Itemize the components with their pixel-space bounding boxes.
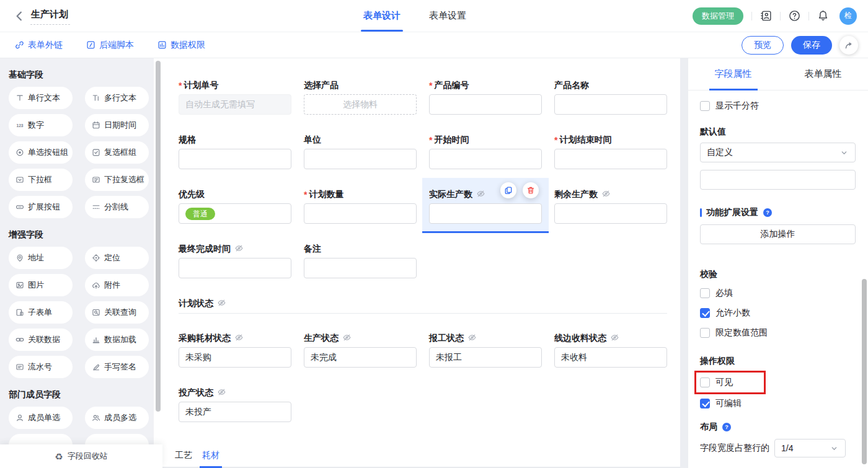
remark-input[interactable] <box>304 258 417 278</box>
start-time-input[interactable] <box>429 149 542 169</box>
validation-option-1-checkbox[interactable] <box>700 308 710 318</box>
field-type-item[interactable]: 定位 <box>85 247 149 269</box>
plan-no-input[interactable]: 自动生成无需填写 <box>179 94 291 115</box>
copy-field-button[interactable] <box>500 182 516 198</box>
permission-option-1[interactable]: 可编辑 <box>700 397 856 410</box>
report-status-input[interactable]: 未报工 <box>429 347 542 368</box>
field-type-item[interactable]: 复选框组 <box>85 141 149 164</box>
contact-book-icon[interactable] <box>760 10 772 22</box>
line-status-input[interactable]: 未收料 <box>554 347 667 368</box>
product-code-input[interactable] <box>429 94 542 115</box>
field-plan-no[interactable]: *计划单号自动生成无需填写 <box>179 79 291 115</box>
field-plan-qty[interactable]: *计划数量 <box>304 188 417 224</box>
field-purchase-status[interactable]: 采购耗材状态未采购 <box>179 332 291 368</box>
field-type-item[interactable]: 多行文本 <box>85 87 149 109</box>
spec-input[interactable] <box>179 149 291 169</box>
select-product-picker[interactable]: 选择物料 <box>304 94 417 115</box>
field-type-item[interactable]: 附件 <box>85 274 149 296</box>
validation-option-0-checkbox[interactable] <box>700 288 710 298</box>
field-type-item[interactable]: 成员多选 <box>85 407 149 429</box>
avatar[interactable]: 检 <box>839 7 857 25</box>
header-tab-form-settings[interactable]: 表单设置 <box>429 0 466 32</box>
field-priority[interactable]: 优先级普通 <box>179 188 291 224</box>
field-type-item[interactable]: 数据加载 <box>85 329 149 351</box>
field-plan-status[interactable]: 计划状态 <box>179 298 667 313</box>
field-product-name[interactable]: 产品名称 <box>554 79 667 115</box>
final-time-input[interactable] <box>179 258 291 278</box>
field-type-item[interactable]: 关联查询 <box>85 301 149 324</box>
field-remark[interactable]: 备注 <box>304 243 417 278</box>
preview-button[interactable]: 预览 <box>742 36 784 55</box>
save-button[interactable]: 保存 <box>791 36 832 55</box>
field-type-item[interactable]: 分割线 <box>85 196 149 218</box>
field-product-code[interactable]: *产品编号 <box>429 79 542 115</box>
field-type-item[interactable]: 关联数据 <box>9 329 73 351</box>
field-actual-qty[interactable]: 实际生产数 <box>429 188 542 224</box>
unit-input[interactable] <box>304 149 417 169</box>
bell-icon[interactable] <box>817 10 829 22</box>
default-value-select[interactable]: 自定义 <box>700 143 856 162</box>
field-type-item[interactable]: 下拉复选框 <box>85 169 149 191</box>
back-button[interactable] <box>14 11 25 22</box>
field-type-item[interactable]: 123数字 <box>9 114 73 136</box>
field-type-item[interactable]: 子表单 <box>9 301 73 324</box>
field-start-time[interactable]: *开始时间 <box>429 134 542 169</box>
field-final-time[interactable]: 最终完成时间 <box>179 243 291 278</box>
thousand-separator-option[interactable]: 显示千分符 <box>700 99 856 113</box>
help-question-icon[interactable]: ? <box>763 208 773 218</box>
actual-qty-input[interactable] <box>429 203 542 224</box>
field-type-item[interactable]: 单选按钮组 <box>9 141 73 164</box>
header-tab-form-design[interactable]: 表单设计 <box>363 0 401 32</box>
priority-select[interactable]: 普通 <box>179 203 291 224</box>
field-type-item[interactable]: 单行文本 <box>9 87 73 109</box>
panel-tab-form-props[interactable]: 表单属性 <box>778 58 868 90</box>
purchase-status-input[interactable]: 未采购 <box>179 347 291 368</box>
product-name-input[interactable] <box>554 94 667 115</box>
remain-qty-input[interactable] <box>554 203 667 224</box>
field-type-item[interactable]: 手写签名 <box>85 356 149 378</box>
toolbar-link[interactable]: 数据权限 <box>157 40 205 51</box>
validation-option-2-checkbox[interactable] <box>700 328 710 338</box>
validation-option-0[interactable]: 必填 <box>700 286 856 300</box>
field-type-item[interactable]: 流水号 <box>9 356 73 378</box>
field-width-select[interactable]: 1/4 <box>774 439 846 457</box>
panel-scrollbar-thumb[interactable] <box>862 279 867 464</box>
field-spec[interactable]: 规格 <box>179 134 291 169</box>
data-manage-button[interactable]: 数据管理 <box>693 7 743 25</box>
field-launch-status[interactable]: 投产状态未投产 <box>179 387 291 422</box>
field-prod-status[interactable]: 生产状态未完成 <box>304 332 417 368</box>
permission-option-1-checkbox[interactable] <box>700 399 710 408</box>
layout-help-icon[interactable]: ? <box>722 422 732 432</box>
validation-option-1[interactable]: 允许小数 <box>700 306 856 320</box>
delete-field-button[interactable] <box>523 182 539 198</box>
permission-option-0-checkbox[interactable] <box>700 377 710 387</box>
launch-status-input[interactable]: 未投产 <box>179 402 291 422</box>
help-icon[interactable] <box>789 10 800 22</box>
field-line-status[interactable]: 线边收料状态未收料 <box>554 332 667 368</box>
field-select-product[interactable]: 选择产品选择物料 <box>304 79 417 115</box>
add-action-button[interactable]: 添加操作 <box>700 224 856 244</box>
permission-option-0[interactable]: 可见 <box>700 376 760 389</box>
field-type-item[interactable]: 日期时间 <box>85 114 149 136</box>
validation-option-2[interactable]: 限定数值范围 <box>700 326 856 340</box>
panel-tab-field-props[interactable]: 字段属性 <box>688 58 778 90</box>
thousand-separator-checkbox[interactable] <box>700 101 710 111</box>
end-time-input[interactable] <box>554 149 667 169</box>
field-recycle-bin[interactable]: ♻ 字段回收站 <box>0 444 162 468</box>
subform-tab-active[interactable]: 耗材 <box>202 450 219 467</box>
field-unit[interactable]: 单位 <box>304 134 417 169</box>
sidebar-scrollbar-thumb[interactable] <box>156 61 161 412</box>
plan-qty-input[interactable] <box>304 203 417 224</box>
toolbar-link[interactable]: 后端脚本 <box>86 40 134 51</box>
field-type-item[interactable]: 下拉框 <box>9 169 73 191</box>
field-type-item[interactable]: 成员单选 <box>9 407 73 429</box>
prod-status-input[interactable]: 未完成 <box>304 347 417 368</box>
field-type-item[interactable]: 扩展按钮 <box>9 196 73 218</box>
field-end-time[interactable]: *计划结束时间 <box>554 134 667 169</box>
subform-tab-inactive[interactable]: 工艺 <box>175 450 192 467</box>
share-button[interactable] <box>839 36 858 55</box>
field-remain-qty[interactable]: 剩余生产数 <box>554 188 667 224</box>
field-type-item[interactable]: 图片 <box>9 274 73 296</box>
toolbar-link[interactable]: 表单外链 <box>15 40 63 51</box>
field-report-status[interactable]: 报工状态未报工 <box>429 332 542 368</box>
